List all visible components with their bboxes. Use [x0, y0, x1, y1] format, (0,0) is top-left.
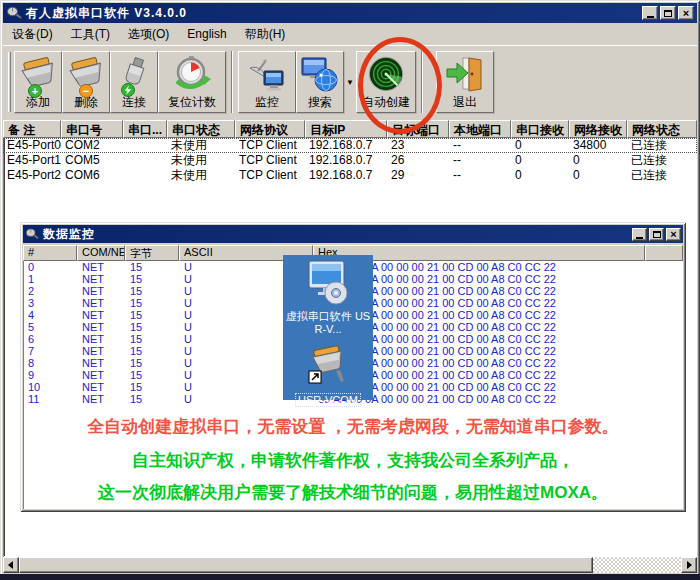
monitor-icon [239, 52, 295, 95]
cell-target-port: 26 [387, 153, 449, 168]
cell-net-state: 已连接 [627, 153, 697, 168]
column-header-index[interactable]: # [23, 245, 77, 261]
cell-bytes: 15 [125, 357, 179, 369]
column-header-comnet[interactable]: COM/NET [77, 245, 125, 261]
cell-status: 未使用 [167, 153, 235, 168]
column-header-blank[interactable] [645, 245, 683, 261]
cell-bytes: 15 [125, 321, 179, 333]
toolbar-separator [231, 51, 233, 113]
menu-tools[interactable]: 工具(T) [62, 24, 119, 45]
cell-blank [645, 333, 683, 345]
reset-counter-button[interactable]: 复位计数 [158, 51, 226, 113]
exit-button-label: 退出 [453, 95, 477, 110]
cell-index: 5 [23, 321, 77, 333]
toolbar: + 添加 − 删除 连接 复位计数 [3, 45, 697, 118]
scrollbar-thumb[interactable] [19, 557, 593, 573]
serial-add-icon: + [15, 52, 61, 95]
cell-index: 0 [23, 261, 77, 273]
cell-target-port: 29 [387, 168, 449, 183]
search-button[interactable]: 搜索 [296, 51, 344, 113]
monitor-button-label: 监控 [255, 95, 279, 110]
usr-vcom-shortcut-icon[interactable] [306, 345, 350, 391]
monitor-maximize-button[interactable] [649, 228, 664, 241]
cell-net-state: 已连接 [627, 138, 697, 153]
connect-button[interactable]: 连接 [110, 51, 158, 113]
column-header-remark[interactable]: 备 注 [3, 120, 61, 138]
port-table-row[interactable]: E45-Port2 [... COM6 未使用 TCP Client 192.1… [3, 168, 697, 183]
exit-button[interactable]: 退出 [436, 51, 494, 113]
column-header-target-port[interactable]: 目标端口 [387, 120, 449, 138]
column-header-net-state[interactable]: 网络状态 [627, 120, 697, 138]
column-header-com2[interactable]: 串口... [123, 120, 167, 138]
delete-button[interactable]: − 删除 [62, 51, 110, 113]
cell-com2 [123, 153, 167, 168]
scroll-left-button[interactable] [3, 557, 19, 573]
cell-bytes: 15 [125, 309, 179, 321]
connect-icon [111, 52, 157, 95]
vcom-software-icon[interactable] [304, 260, 352, 310]
menu-english[interactable]: English [178, 25, 235, 43]
reset-counter-button-label: 复位计数 [168, 95, 216, 110]
cell-bytes: 15 [125, 369, 179, 381]
toolbar-separator [421, 51, 423, 113]
cell-comnet: NET [77, 345, 125, 357]
cell-blank [645, 381, 683, 393]
cell-com: COM2 [61, 138, 123, 153]
cell-comnet: NET [77, 261, 125, 273]
column-header-bytes[interactable]: 字节 [125, 245, 179, 261]
search-dropdown-arrow[interactable]: ▼ [344, 51, 356, 113]
column-header-target-ip[interactable]: 目标IP [305, 120, 387, 138]
close-icon: × [683, 8, 689, 18]
desktop-icons-overlay: 虚拟串口软件 USR-V... USR-VCOM [283, 255, 373, 400]
port-table-body: E45-Port0 [... COM2 未使用 TCP Client 192.1… [3, 138, 697, 183]
cell-comnet: NET [77, 393, 125, 405]
menu-device[interactable]: 设备(D) [3, 24, 62, 45]
maximize-button[interactable] [660, 6, 676, 20]
cell-protocol: TCP Client [235, 138, 305, 153]
promo-line-3: 这一次彻底解决用户需要了解技术细节的问题，易用性超过MOXA。 [23, 481, 683, 504]
menu-options[interactable]: 选项(O) [119, 24, 178, 45]
cell-comnet: NET [77, 357, 125, 369]
promo-line-1: 全自动创建虚拟串口，无需设置 ，无需考虑网段，无需知道串口参数。 [23, 415, 683, 438]
monitor-button[interactable]: 监控 [238, 51, 296, 113]
auto-create-button[interactable]: 自动创建 [356, 51, 416, 113]
cell-local-port: -- [449, 168, 511, 183]
cell-bytes: 15 [125, 285, 179, 297]
monitor-minimize-button[interactable] [632, 228, 647, 241]
cell-comnet: NET [77, 369, 125, 381]
minimize-button[interactable] [642, 6, 658, 20]
cell-index: 11 [23, 393, 77, 405]
app-window: 有人虚拟串口软件 V3.4.0.0 × 设备(D) 工具(T) 选项(O) En… [0, 0, 700, 580]
cell-blank [645, 297, 683, 309]
cell-serial-rx: 0 [511, 153, 569, 168]
scroll-right-button[interactable] [681, 557, 697, 573]
column-header-status[interactable]: 串口状态 [167, 120, 235, 138]
desktop-icon-label[interactable]: 虚拟串口软件 USR-V... [285, 310, 371, 336]
add-button[interactable]: + 添加 [14, 51, 62, 113]
data-monitor-window: 数据监控 × # COM/NET 字节 ASCII Hex 0 NET [20, 222, 686, 512]
close-button[interactable]: × [678, 6, 694, 20]
cell-index: 9 [23, 369, 77, 381]
cell-net-rx: 0 [569, 153, 627, 168]
port-table-row[interactable]: E45-Port1 [... COM5 未使用 TCP Client 192.1… [3, 153, 697, 168]
screen-bottom-edge [0, 574, 700, 580]
column-header-protocol[interactable]: 网络协议 [235, 120, 305, 138]
cell-target-ip: 192.168.0.7 [305, 168, 387, 183]
column-header-com[interactable]: 串口号 [61, 120, 123, 138]
cell-blank [645, 369, 683, 381]
minimize-icon [636, 237, 643, 239]
column-header-serial-rx[interactable]: 串口接收 [511, 120, 569, 138]
port-table-row[interactable]: E45-Port0 [... COM2 未使用 TCP Client 192.1… [3, 138, 697, 153]
menu-help[interactable]: 帮助(H) [236, 24, 295, 45]
desktop-icon-label[interactable]: USR-VCOM [295, 393, 361, 407]
minimize-icon [647, 16, 654, 18]
cell-status: 未使用 [167, 138, 235, 153]
cell-blank [645, 345, 683, 357]
toolbar-gripper[interactable] [8, 52, 11, 112]
monitor-close-button[interactable]: × [666, 228, 681, 241]
serial-remove-icon: − [63, 52, 109, 95]
cell-target-ip: 192.168.0.7 [305, 153, 387, 168]
column-header-net-rx[interactable]: 网络接收 [569, 120, 627, 138]
cell-protocol: TCP Client [235, 168, 305, 183]
column-header-local-port[interactable]: 本地端口 [449, 120, 511, 138]
